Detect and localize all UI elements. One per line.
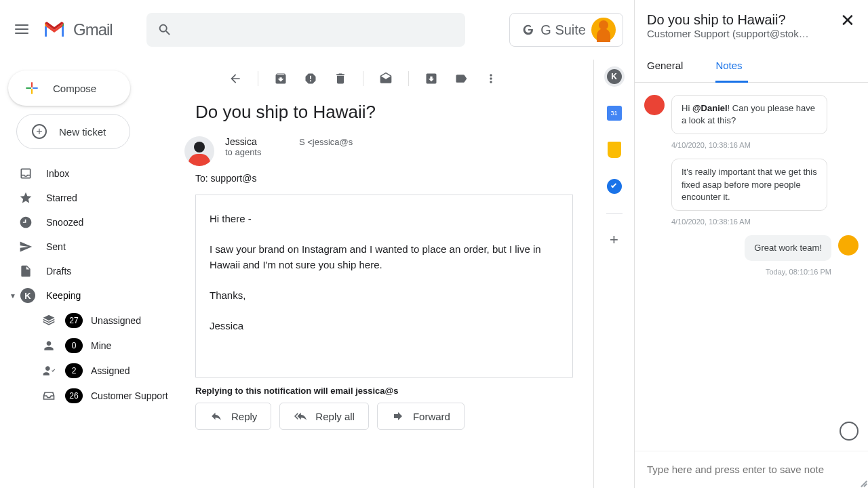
email-view: Do you ship to Hawaii? Jessica S <jessic… — [183, 60, 593, 488]
back-button[interactable] — [222, 66, 248, 92]
inbox-icon — [19, 167, 33, 180]
plus-icon — [23, 79, 41, 97]
mark-unread-button[interactable] — [373, 66, 399, 92]
reply-notice: Replying to this notification will email… — [195, 386, 573, 396]
reply-all-button[interactable]: Reply all — [279, 403, 369, 430]
side-panel: Do you ship to Hawaii? Customer Support … — [634, 0, 868, 488]
recipient-label: to agents — [225, 147, 353, 157]
panel-title: Do you ship to Hawaii? — [647, 12, 809, 28]
sidebar-item-drafts[interactable]: Drafts — [0, 259, 183, 283]
notes-list: Hi @Daniel! Can you please have a look a… — [635, 83, 868, 451]
to-line: To: support@s — [195, 173, 573, 184]
menu-icon[interactable] — [14, 22, 30, 38]
compose-button[interactable]: Compose — [8, 70, 130, 106]
person-icon — [42, 339, 56, 352]
reply-button[interactable]: Reply — [195, 403, 271, 430]
email-body-text: Hi there - I saw your brand on Instagram… — [210, 211, 559, 333]
keeping-rail-icon[interactable]: K — [604, 66, 625, 87]
search-icon — [157, 22, 172, 37]
gmail-logo[interactable]: Gmail — [42, 20, 113, 40]
sidebar-item-starred[interactable]: Starred — [0, 186, 183, 210]
note-timestamp: 4/10/2020, 10:38:16 AM — [671, 218, 859, 226]
note-composer — [635, 451, 868, 488]
gsuite-label: G Suite — [521, 22, 586, 38]
note-item: Hi @Daniel! Can you please have a look a… — [644, 95, 859, 134]
sidebar-item-unassigned[interactable]: 27Unassigned — [0, 308, 183, 333]
note-avatar — [838, 235, 859, 256]
move-to-button[interactable] — [418, 66, 444, 92]
sidebar-item-inbox[interactable]: Inbox — [0, 161, 183, 186]
note-timestamp: 4/10/2020, 10:38:16 AM — [671, 141, 859, 149]
note-item: It's really important that we get this f… — [644, 159, 859, 211]
tab-notes[interactable]: Notes — [715, 49, 747, 83]
note-bubble: It's really important that we get this f… — [671, 159, 827, 211]
app-header: Gmail G Suite — [0, 0, 634, 60]
sidebar-item-keeping[interactable]: ▼ K Keeping — [0, 283, 183, 308]
compose-label: Compose — [53, 83, 96, 94]
right-rail: K 31 + — [593, 60, 634, 488]
clock-icon — [19, 216, 33, 229]
spam-button[interactable] — [298, 66, 323, 92]
sent-icon — [19, 240, 33, 253]
more-button[interactable] — [478, 66, 504, 92]
calendar-icon[interactable]: 31 — [604, 103, 625, 123]
note-bubble: Hi @Daniel! Can you please have a look a… — [671, 95, 827, 134]
keep-icon[interactable] — [604, 140, 625, 160]
drafts-icon — [19, 264, 33, 278]
note-input[interactable] — [647, 464, 856, 475]
new-ticket-button[interactable]: + New ticket — [16, 114, 130, 149]
email-toolbar — [195, 60, 573, 98]
close-icon[interactable]: ✕ — [840, 12, 856, 28]
new-ticket-label: New ticket — [59, 126, 106, 138]
note-bubble: Great work team! — [745, 235, 831, 261]
account-switcher[interactable]: G Suite — [509, 13, 623, 47]
note-item: Great work team! — [644, 235, 859, 261]
panel-subtitle: Customer Support (support@stok… — [647, 28, 809, 39]
keeping-icon: K — [20, 288, 35, 303]
email-body: Hi there - I saw your brand on Instagram… — [195, 195, 573, 378]
tasks-icon[interactable] — [604, 176, 625, 197]
labels-button[interactable] — [448, 66, 474, 92]
sidebar-item-mine[interactable]: 0Mine — [0, 333, 183, 358]
sender-name: Jessica — [225, 136, 296, 147]
emoji-icon[interactable] — [840, 422, 859, 441]
sidebar-item-assigned[interactable]: 2Assigned — [0, 358, 183, 383]
sender-avatar[interactable] — [184, 136, 214, 166]
email-subject: Do you ship to Hawaii? — [195, 102, 573, 123]
note-avatar — [644, 95, 665, 115]
sender-row: Jessica S <jessica@s to agents — [195, 136, 573, 166]
tray-icon — [42, 389, 56, 403]
archive-button[interactable] — [268, 66, 294, 92]
star-icon — [19, 191, 33, 205]
resize-handle[interactable] — [859, 479, 867, 487]
person-check-icon — [42, 364, 56, 378]
forward-button[interactable]: Forward — [377, 403, 465, 430]
tab-general[interactable]: General — [647, 49, 688, 82]
gmail-label: Gmail — [73, 20, 113, 39]
add-app-icon[interactable]: + — [604, 230, 625, 250]
delete-button[interactable] — [328, 66, 353, 92]
sidebar: Compose + New ticket Inbox Starred Snooz… — [0, 60, 183, 488]
sidebar-item-snoozed[interactable]: Snoozed — [0, 210, 183, 235]
sidebar-item-sent[interactable]: Sent — [0, 235, 183, 259]
search-input[interactable] — [146, 13, 465, 47]
layers-icon — [42, 314, 56, 327]
chevron-down-icon: ▼ — [9, 292, 16, 300]
sender-email: S <jessica@s — [299, 137, 353, 147]
note-timestamp: Today, 08:10:16 PM — [644, 268, 831, 276]
user-avatar[interactable] — [591, 18, 616, 42]
sidebar-item-customer-support[interactable]: 26Customer Support — [0, 383, 183, 408]
plus-circle-icon: + — [32, 124, 47, 139]
